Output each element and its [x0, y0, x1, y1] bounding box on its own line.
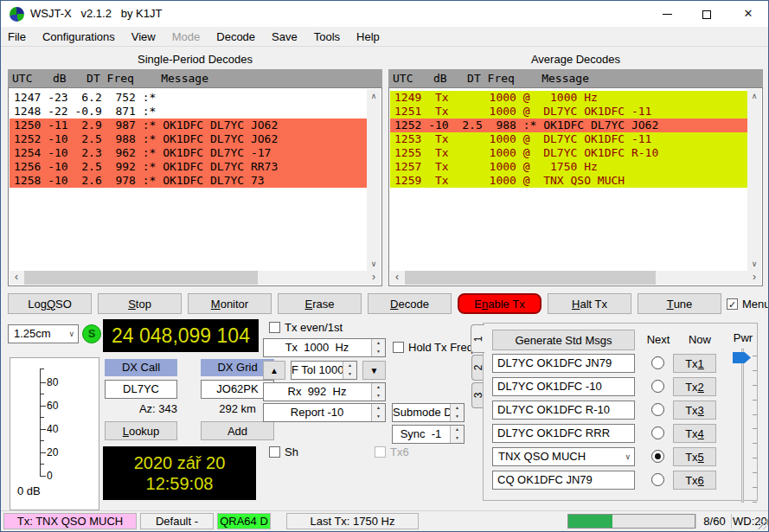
rx-freq-value: Rx 992 Hz: [264, 383, 370, 401]
horizontal-scrollbar[interactable]: ‹ ›: [10, 271, 381, 285]
scroll-right-icon[interactable]: ›: [747, 271, 761, 285]
menu-view[interactable]: View: [131, 30, 156, 43]
azimuth-label: Az: 343: [105, 402, 177, 415]
scroll-up-icon[interactable]: ∧: [747, 89, 761, 103]
tune-button[interactable]: Tune: [638, 293, 721, 314]
decode-row[interactable]: 1255 Tx 1000 @ DL7YC OK1DFC R-10: [390, 146, 747, 160]
lookup-button[interactable]: Lookup: [105, 421, 177, 440]
tx2-message-field[interactable]: DL7YC OK1DFC -10: [492, 377, 635, 396]
tx-even-checkbox[interactable]: Tx even/1st: [269, 321, 343, 334]
tx1-now-button[interactable]: Tx 1: [673, 354, 716, 373]
generate-std-msgs-button[interactable]: Generate Std Msgs: [492, 330, 635, 350]
tx4-now-button[interactable]: Tx 4: [673, 424, 716, 443]
decode-row[interactable]: 1248 -22 -0.9 871 :*: [10, 105, 367, 119]
scroll-right-icon[interactable]: ›: [367, 271, 381, 285]
vertical-scrollbar[interactable]: ∧ ∨: [747, 89, 761, 271]
decode-row[interactable]: 1258 -10 2.6 978 :* OK1DFC DL7YC 73: [10, 174, 367, 188]
freq-shift-down-button[interactable]: ▼: [362, 361, 386, 380]
menus-checkbox[interactable]: ✓ Menus: [727, 298, 769, 311]
dx-call-field[interactable]: DL7YC: [105, 380, 177, 399]
sync-spinner[interactable]: Sync -1 ▲▼: [392, 425, 465, 444]
decode-row[interactable]: 1252 -10 2.5 988 :* OK1DFC DL7YC JO62: [390, 119, 747, 132]
rx-freq-spinner[interactable]: Rx 992 Hz ▲▼: [263, 382, 386, 401]
spin-up-icon: ▲: [372, 383, 385, 392]
decode-row[interactable]: 1251 Tx 1000 @ DL7YC OK1DFC -11: [390, 105, 747, 119]
spinner-arrows[interactable]: ▲▼: [343, 362, 356, 379]
stop-button[interactable]: Stop: [98, 293, 182, 314]
resize-grip-icon[interactable]: [758, 521, 766, 529]
tx3-message-field[interactable]: DL7YC OK1DFC R-10: [492, 401, 635, 420]
menu-bar: File Configurations View Mode Decode Sav…: [1, 27, 768, 47]
decode-row[interactable]: 1257 Tx 1000 @ 1750 Hz: [390, 160, 747, 174]
tx6-now-button[interactable]: Tx 6: [673, 471, 716, 490]
decode-row[interactable]: 1250 -11 2.9 987 :* OK1DFC DL7YC JO62: [10, 119, 367, 132]
erase-button[interactable]: Erase: [278, 293, 362, 314]
menu-configurations[interactable]: Configurations: [42, 30, 115, 43]
log-qso-button[interactable]: Log QSO: [8, 293, 92, 314]
decode-row[interactable]: 1249 Tx 1000 @ 1000 Hz: [390, 91, 747, 105]
enable-tx-button[interactable]: Enable Tx: [458, 293, 542, 314]
scroll-down-icon[interactable]: ∨: [747, 257, 761, 271]
pwr-slider-track[interactable]: [741, 349, 744, 503]
tx3-now-button[interactable]: Tx 3: [673, 401, 716, 420]
tx6-next-radio[interactable]: [651, 473, 664, 486]
add-button[interactable]: Add: [201, 421, 274, 440]
menu-help[interactable]: Help: [356, 30, 380, 43]
tx2-next-radio[interactable]: [651, 380, 664, 393]
report-spinner[interactable]: Report -10 ▲▼: [263, 403, 386, 422]
vertical-scrollbar[interactable]: ∧ ∨: [367, 89, 381, 271]
decode-row[interactable]: 1254 -10 2.3 962 :* OK1DFC DL7YC -17: [10, 146, 367, 160]
spinner-arrows[interactable]: ▲▼: [450, 426, 464, 443]
decode-row[interactable]: 1252 -10 2.5 988 :* OK1DFC DL7YC JO62: [10, 132, 367, 146]
scroll-left-icon[interactable]: ‹: [10, 271, 23, 285]
spinner-arrows[interactable]: ▲▼: [371, 383, 385, 401]
decode-row[interactable]: 1256 -10 2.5 992 :* OK1DFC DL7YC RR73: [10, 160, 367, 174]
scroll-left-icon[interactable]: ‹: [390, 271, 404, 285]
horizontal-scrollbar[interactable]: ‹ ›: [390, 271, 761, 285]
freq-shift-up-button[interactable]: ▲: [263, 361, 285, 380]
tab-1-label: 1: [472, 332, 484, 345]
scrollbar-thumb[interactable]: [24, 271, 258, 285]
hold-tx-freq-checkbox[interactable]: Hold Tx Freq: [393, 341, 473, 354]
band-select[interactable]: 1.25cm ∨: [8, 324, 79, 343]
menu-decode[interactable]: Decode: [216, 30, 255, 43]
tx2-now-button[interactable]: Tx 2: [673, 377, 716, 396]
spinner-arrows[interactable]: ▲▼: [450, 404, 464, 421]
scroll-up-icon[interactable]: ∧: [367, 89, 381, 103]
tx-freq-spinner[interactable]: Tx 1000 Hz ▲▼: [263, 338, 386, 357]
sh-checkbox[interactable]: Sh: [269, 445, 298, 458]
s-meter-button[interactable]: S: [82, 324, 101, 343]
halt-tx-button[interactable]: Halt Tx: [548, 293, 631, 314]
submode-spinner[interactable]: Submode D ▲▼: [392, 403, 465, 422]
tx5-message-combo[interactable]: TNX QSO MUCH ∨: [492, 447, 635, 466]
scrollbar-thumb[interactable]: [405, 271, 656, 285]
scroll-down-icon[interactable]: ∨: [367, 257, 381, 271]
decode-button[interactable]: Decode: [368, 293, 452, 314]
tx1-message-field[interactable]: DL7YC OK1DFC JN79: [492, 354, 635, 373]
monitor-button[interactable]: Monitor: [188, 293, 272, 314]
tab-1[interactable]: 1: [471, 324, 484, 353]
single-period-decodes-title: Single-Period Decodes: [8, 53, 382, 67]
meter-tick-label: 60: [47, 401, 73, 411]
menu-tools[interactable]: Tools: [314, 30, 340, 43]
decode-row[interactable]: 1253 Tx 1000 @ DL7YC OK1DFC -11: [390, 132, 747, 146]
tx6-message-field[interactable]: CQ OK1DFC JN79: [492, 471, 635, 490]
tx5-now-button[interactable]: Tx 5: [673, 447, 716, 466]
minimize-button[interactable]: [647, 1, 687, 27]
menu-save[interactable]: Save: [272, 30, 298, 43]
spinner-arrows[interactable]: ▲▼: [371, 404, 385, 421]
dx-call-header: DX Call: [105, 359, 177, 376]
tx5-next-radio[interactable]: [651, 450, 664, 463]
spin-up-icon: ▲: [451, 426, 464, 434]
tx1-next-radio[interactable]: [651, 356, 664, 369]
close-button[interactable]: ✕: [728, 1, 768, 27]
menu-file[interactable]: File: [8, 30, 26, 43]
maximize-button[interactable]: [687, 1, 727, 27]
spinner-arrows[interactable]: ▲▼: [371, 339, 385, 356]
tx4-message-field[interactable]: DL7YC OK1DFC RRR: [492, 424, 635, 443]
tx4-next-radio[interactable]: [651, 426, 664, 439]
decode-row[interactable]: 1259 Tx 1000 @ TNX QSO MUCH: [390, 174, 747, 188]
ftol-spinner[interactable]: F Tol 1000 ▲▼: [291, 361, 357, 380]
tx3-next-radio[interactable]: [651, 403, 664, 416]
decode-row[interactable]: 1247 -23 6.2 752 :*: [10, 91, 367, 105]
